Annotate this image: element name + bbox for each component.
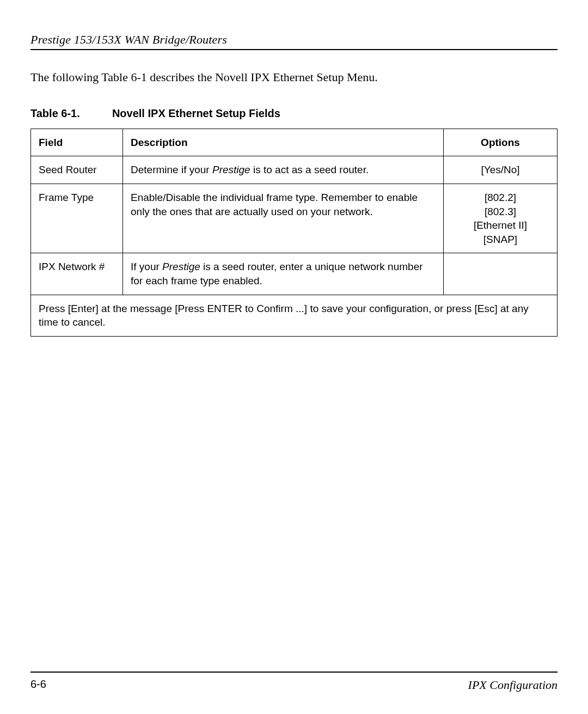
running-header: Prestige 153/153X WAN Bridge/Routers xyxy=(30,33,558,50)
option-value: [Ethernet II] xyxy=(451,218,549,233)
table-row: Seed Router Determine if your Prestige i… xyxy=(31,156,558,184)
desc-text: is to act as a seed router. xyxy=(250,164,369,175)
cell-field: Seed Router xyxy=(31,156,123,184)
cell-description: If your Prestige is a seed router, enter… xyxy=(123,253,444,295)
table-caption-title: Novell IPX Ethernet Setup Fields xyxy=(112,107,280,119)
table-header-row: Field Description Options xyxy=(31,129,558,156)
footer-rule xyxy=(30,672,558,673)
col-description: Description xyxy=(123,129,444,156)
desc-text: Determine if your xyxy=(131,164,212,175)
option-value: [SNAP] xyxy=(451,233,549,247)
page-number: 6-6 xyxy=(30,678,46,692)
page-footer: 6-6 IPX Configuration xyxy=(30,672,558,692)
col-field: Field xyxy=(31,129,123,156)
option-value: [802.2] xyxy=(451,191,549,205)
cell-field: IPX Network # xyxy=(31,253,123,295)
table-row: IPX Network # If your Prestige is a seed… xyxy=(31,253,558,295)
table-footer-row: Press [Enter] at the message [Press ENTE… xyxy=(31,295,558,336)
cell-description: Determine if your Prestige is to act as … xyxy=(123,156,444,184)
desc-italic: Prestige xyxy=(212,164,250,175)
option-value: [Yes/No] xyxy=(451,163,549,177)
cell-field: Frame Type xyxy=(31,184,123,253)
desc-text: If your xyxy=(131,261,162,272)
cell-description: Enable/Disable the individual frame type… xyxy=(123,184,444,253)
table-caption: Table 6-1. Novell IPX Ethernet Setup Fie… xyxy=(30,107,558,120)
desc-italic: Prestige xyxy=(162,261,200,272)
intro-paragraph: The following Table 6-1 describes the No… xyxy=(30,70,558,86)
table-row: Frame Type Enable/Disable the individual… xyxy=(31,184,558,253)
cell-options: [Yes/No] xyxy=(444,156,558,184)
section-title: IPX Configuration xyxy=(468,678,558,692)
page: Prestige 153/153X WAN Bridge/Routers The… xyxy=(0,0,588,714)
table-footer-note: Press [Enter] at the message [Press ENTE… xyxy=(31,295,558,336)
desc-text: Enable/Disable the individual frame type… xyxy=(131,192,418,217)
col-options: Options xyxy=(444,129,558,156)
option-value: [802.3] xyxy=(451,205,549,219)
cell-options xyxy=(444,253,558,295)
cell-options: [802.2] [802.3] [Ethernet II] [SNAP] xyxy=(444,184,558,253)
fields-table: Field Description Options Seed Router De… xyxy=(30,129,558,337)
table-caption-number: Table 6-1. xyxy=(30,107,80,119)
